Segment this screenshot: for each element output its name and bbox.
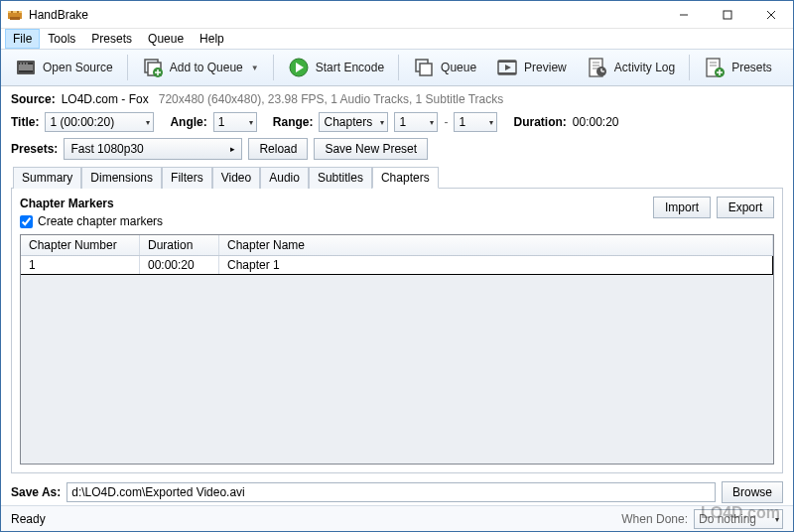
- svg-rect-24: [420, 64, 432, 75]
- presets-label: Presets: [731, 61, 772, 74]
- duration-label: Duration:: [513, 115, 566, 129]
- source-meta: 720x480 (640x480), 23.98 FPS, 1 Audio Tr…: [159, 92, 504, 106]
- add-to-queue-label: Add to Queue: [170, 61, 243, 74]
- chevron-down-icon: ▾: [775, 514, 779, 523]
- add-to-queue-icon: [142, 57, 164, 78]
- menu-help[interactable]: Help: [192, 29, 232, 49]
- preset-select[interactable]: Fast 1080p30 ▸: [64, 138, 242, 160]
- open-source-icon: [15, 57, 37, 78]
- statusbar: Ready When Done: Do nothing▾: [1, 505, 793, 531]
- chevron-right-icon: ▸: [230, 144, 235, 154]
- when-done-select[interactable]: Do nothing▾: [694, 509, 783, 529]
- svg-rect-26: [498, 61, 516, 63]
- export-button[interactable]: Export: [717, 197, 774, 218]
- svg-point-13: [20, 63, 22, 65]
- range-to-select[interactable]: 1▾: [454, 112, 497, 132]
- status-text: Ready: [11, 512, 46, 526]
- tab-dimensions[interactable]: Dimensions: [81, 167, 162, 189]
- save-as-input[interactable]: d:\LO4D.com\Exported Video.avi: [66, 482, 716, 502]
- titlebar: HandBrake: [1, 1, 793, 29]
- chevron-down-icon: ▾: [489, 118, 493, 127]
- app-icon: [7, 7, 23, 23]
- menu-presets[interactable]: Presets: [83, 29, 140, 49]
- minimize-button[interactable]: [662, 1, 706, 29]
- col-chapter-number[interactable]: Chapter Number: [21, 235, 140, 255]
- chevron-down-icon: ▼: [251, 64, 259, 72]
- window-title: HandBrake: [29, 8, 662, 22]
- svg-point-14: [23, 63, 25, 65]
- svg-rect-6: [724, 11, 731, 19]
- title-select[interactable]: 1 (00:00:20)▾: [45, 112, 154, 132]
- range-from-select[interactable]: 1▾: [394, 112, 438, 132]
- preview-label: Preview: [524, 61, 567, 74]
- svg-rect-12: [19, 70, 33, 72]
- tab-filters[interactable]: Filters: [162, 167, 212, 189]
- start-encode-label: Start Encode: [316, 61, 384, 74]
- tab-video[interactable]: Video: [212, 167, 260, 189]
- table-header: Chapter Number Duration Chapter Name: [21, 235, 773, 256]
- angle-label: Angle:: [170, 115, 206, 129]
- toolbar-separator: [273, 55, 274, 80]
- chapter-markers-title: Chapter Markers: [20, 197, 653, 210]
- toolbar: Open Source Add to Queue ▼ Start Encode …: [1, 49, 793, 86]
- cell-chapter-number: 1: [21, 256, 140, 274]
- tab-audio[interactable]: Audio: [260, 167, 309, 189]
- tab-summary[interactable]: Summary: [13, 167, 81, 189]
- browse-button[interactable]: Browse: [722, 481, 783, 503]
- tab-chapters[interactable]: Chapters: [372, 167, 439, 189]
- preview-button[interactable]: Preview: [488, 54, 575, 81]
- queue-label: Queue: [441, 61, 476, 74]
- start-encode-button[interactable]: Start Encode: [280, 54, 392, 81]
- when-done-label: When Done:: [621, 512, 688, 526]
- toolbar-separator: [127, 55, 128, 80]
- source-label: Source:: [11, 92, 56, 106]
- svg-rect-27: [498, 72, 516, 74]
- menubar: File Tools Presets Queue Help: [1, 29, 793, 49]
- tabset: Summary Dimensions Filters Video Audio S…: [11, 166, 783, 189]
- table-row[interactable]: 1 00:00:20 Chapter 1: [21, 256, 773, 275]
- chevron-down-icon: ▾: [430, 118, 434, 127]
- activity-log-button[interactable]: Activity Log: [579, 54, 683, 81]
- chevron-down-icon: ▾: [380, 118, 384, 127]
- range-type-select[interactable]: Chapters▾: [319, 112, 388, 132]
- menu-queue[interactable]: Queue: [140, 29, 192, 49]
- save-new-preset-button[interactable]: Save New Preset: [314, 138, 428, 160]
- source-name: LO4D.com - Fox: [62, 92, 149, 106]
- cell-duration: 00:00:20: [140, 256, 219, 274]
- svg-marker-28: [505, 65, 511, 70]
- cell-chapter-name[interactable]: Chapter 1: [219, 256, 773, 274]
- queue-button[interactable]: Queue: [405, 54, 484, 81]
- chapters-table: Chapter Number Duration Chapter Name 1 0…: [20, 234, 774, 465]
- title-label: Title:: [11, 115, 39, 129]
- menu-tools[interactable]: Tools: [40, 29, 83, 49]
- create-chapter-markers-checkbox[interactable]: Create chapter markers: [20, 214, 653, 228]
- svg-rect-1: [8, 11, 22, 13]
- presets-label: Presets:: [11, 142, 58, 156]
- svg-point-15: [26, 63, 28, 65]
- maximize-button[interactable]: [706, 1, 749, 29]
- add-to-queue-button[interactable]: Add to Queue ▼: [134, 54, 267, 81]
- menu-file[interactable]: File: [5, 29, 40, 49]
- angle-select[interactable]: 1▾: [213, 112, 257, 132]
- close-button[interactable]: [749, 1, 793, 29]
- save-row: Save As: d:\LO4D.com\Exported Video.avi …: [1, 477, 793, 505]
- presets-row: Presets: Fast 1080p30 ▸ Reload Save New …: [11, 138, 783, 160]
- play-icon: [288, 57, 310, 78]
- preview-icon: [496, 57, 518, 78]
- toolbar-separator: [689, 55, 690, 80]
- col-chapter-name[interactable]: Chapter Name: [219, 235, 773, 255]
- svg-rect-4: [10, 17, 20, 20]
- presets-button[interactable]: Presets: [696, 54, 780, 81]
- reload-button[interactable]: Reload: [248, 138, 308, 160]
- toolbar-separator: [398, 55, 399, 80]
- create-chapter-markers-input[interactable]: [20, 215, 33, 228]
- chapters-panel: Chapter Markers Create chapter markers I…: [11, 189, 783, 473]
- tab-subtitles[interactable]: Subtitles: [309, 167, 372, 189]
- svg-point-3: [17, 11, 19, 13]
- open-source-button[interactable]: Open Source: [7, 54, 121, 81]
- import-button[interactable]: Import: [653, 197, 711, 218]
- svg-point-2: [11, 11, 13, 13]
- col-duration[interactable]: Duration: [140, 235, 219, 255]
- duration-value: 00:00:20: [573, 115, 619, 129]
- presets-icon: [704, 57, 726, 78]
